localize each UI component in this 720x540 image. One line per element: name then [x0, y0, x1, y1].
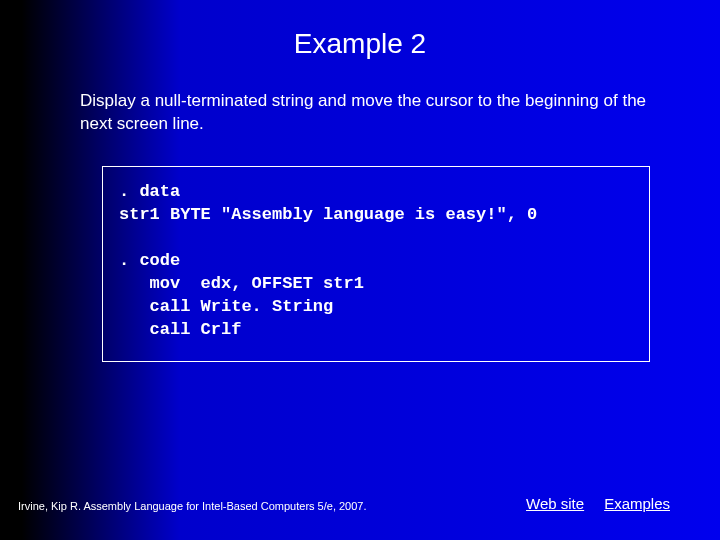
footer-links: Web site Examples — [526, 495, 700, 512]
slide-title: Example 2 — [0, 0, 720, 80]
code-example: . data str1 BYTE "Assembly language is e… — [102, 166, 650, 363]
slide-description: Display a null-terminated string and mov… — [0, 80, 720, 156]
examples-link[interactable]: Examples — [604, 495, 670, 512]
slide-footer: Irvine, Kip R. Assembly Language for Int… — [18, 495, 700, 512]
website-link[interactable]: Web site — [526, 495, 584, 512]
footer-citation: Irvine, Kip R. Assembly Language for Int… — [18, 500, 526, 512]
